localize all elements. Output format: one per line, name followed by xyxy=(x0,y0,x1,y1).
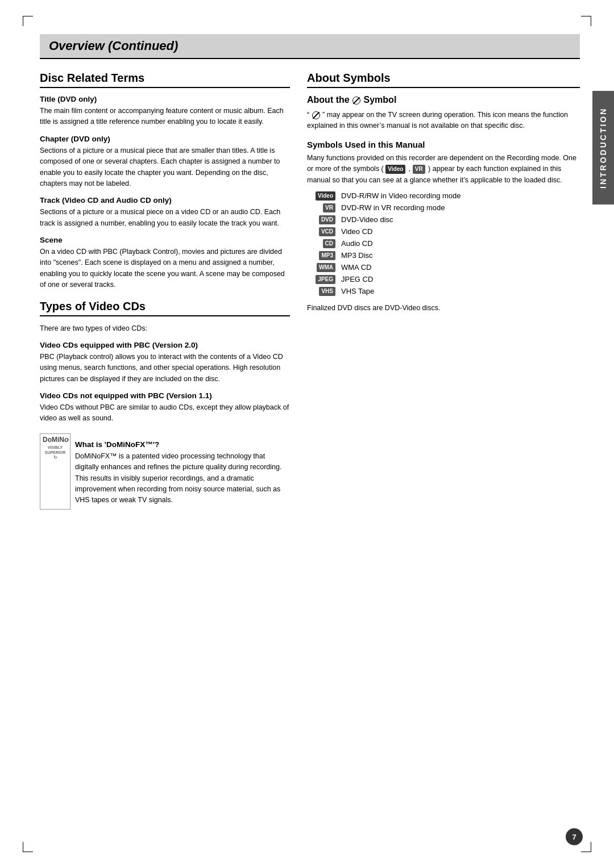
page-title: Overview (Continued) xyxy=(49,39,571,53)
list-item: JPEG JPEG CD xyxy=(307,275,580,284)
disc-label-vr: DVD-RW in VR recording mode xyxy=(341,203,445,212)
types-of-video-cds-title: Types of Video CDs xyxy=(40,300,290,316)
body-scene: On a video CD with PBC (Playback Control… xyxy=(40,247,290,291)
page-header: Overview (Continued) xyxy=(40,34,580,59)
heading-chapter-dvd: Chapter (DVD only) xyxy=(40,135,290,143)
types-intro: There are two types of video CDs: xyxy=(40,323,290,334)
page-container: Overview (Continued) INTRODUCTION Disc R… xyxy=(0,0,614,868)
list-item: WMA WMA CD xyxy=(307,263,580,272)
list-item: MP3 MP3 Disc xyxy=(307,251,580,260)
badge-dvd: DVD xyxy=(319,215,335,224)
intro-sidebar: INTRODUCTION xyxy=(592,91,614,205)
badge-video-inline: Video xyxy=(385,165,405,174)
domino-brand: DoMiNo xyxy=(43,435,68,445)
left-column: Disc Related Terms Title (DVD only) The … xyxy=(40,72,290,510)
badge-cd: CD xyxy=(323,239,335,248)
heading-pbc-v2: Video CDs equipped with PBC (Version 2.0… xyxy=(40,341,290,349)
domino-logo: DoMiNo VISIBLY SUPERIOR ↻ xyxy=(40,433,70,510)
about-symbols-title: About Symbols xyxy=(307,72,580,88)
intro-sidebar-label: INTRODUCTION xyxy=(599,107,608,188)
list-item: VR DVD-RW in VR recording mode xyxy=(307,203,580,212)
domino-tagline: VISIBLY SUPERIOR xyxy=(43,445,68,455)
heading-title-dvd: Title (DVD only) xyxy=(40,95,290,103)
disc-label-vcd: Video CD xyxy=(341,227,372,236)
types-of-video-cds-section: Types of Video CDs There are two types o… xyxy=(40,300,290,424)
badge-video: Video xyxy=(316,191,335,201)
body-chapter-dvd: Sections of a picture or a musical piece… xyxy=(40,145,290,190)
corner-mark-bl xyxy=(23,842,33,852)
badge-vhs: VHS xyxy=(319,287,335,296)
content-area: Disc Related Terms Title (DVD only) The … xyxy=(40,72,580,510)
list-item: VCD Video CD xyxy=(307,227,580,236)
right-column: About Symbols About the Symbol “ ” may a… xyxy=(307,72,580,510)
badge-jpeg: JPEG xyxy=(316,275,335,284)
corner-mark-tr xyxy=(581,16,591,26)
subsection-chapter-dvd: Chapter (DVD only) Sections of a picture… xyxy=(40,135,290,190)
disc-label-jpeg: JPEG CD xyxy=(341,275,373,283)
disc-related-terms-title: Disc Related Terms xyxy=(40,72,290,88)
body-track-cd: Sections of a picture or a musical piece… xyxy=(40,207,290,229)
symbols-used-section: Symbols Used in this Manual Many functio… xyxy=(307,140,580,312)
no-symbol-icon xyxy=(352,97,360,105)
badge-vcd: VCD xyxy=(319,227,335,236)
domino-content: What is 'DoMiNoFX™'? DoMiNoFX™ is a pate… xyxy=(75,433,290,510)
subsection-title-dvd: Title (DVD only) The main film content o… xyxy=(40,95,290,128)
disc-label-mp3: MP3 Disc xyxy=(341,251,373,260)
domino-icon: ↻ xyxy=(43,455,68,461)
disc-list: Video DVD-R/RW in Video recording mode V… xyxy=(307,191,580,296)
list-item: VHS VHS Tape xyxy=(307,287,580,296)
body-pbc-v1: Video CDs without PBC are similar to aud… xyxy=(40,402,290,424)
disc-label-wma: WMA CD xyxy=(341,263,371,272)
corner-mark-tl xyxy=(23,16,33,26)
heading-scene: Scene xyxy=(40,236,290,244)
about-symbol-body: “ ” may appear on the TV screen during o… xyxy=(307,110,580,132)
heading-pbc-v1: Video CDs not equipped with PBC (Version… xyxy=(40,391,290,400)
about-symbol-heading: About the Symbol xyxy=(307,95,580,105)
page-number: 7 xyxy=(566,828,583,845)
heading-track-cd: Track (Video CD and Audio CD only) xyxy=(40,196,290,205)
body-title-dvd: The main film content or accompanying fe… xyxy=(40,106,290,128)
disc-label-vhs: VHS Tape xyxy=(341,287,374,295)
no-symbol-inline xyxy=(312,111,320,119)
badge-mp3: MP3 xyxy=(319,251,335,260)
badge-wma: WMA xyxy=(317,263,335,272)
domino-section: DoMiNo VISIBLY SUPERIOR ↻ What is 'DoMiN… xyxy=(40,433,290,510)
finalized-note: Finalized DVD discs are DVD-Video discs. xyxy=(307,304,580,312)
disc-label-cd: Audio CD xyxy=(341,239,373,248)
symbols-used-heading: Symbols Used in this Manual xyxy=(307,140,580,149)
list-item: CD Audio CD xyxy=(307,239,580,248)
disc-label-dvd: DVD-Video disc xyxy=(341,215,393,224)
subsection-scene: Scene On a video CD with PBC (Playback C… xyxy=(40,236,290,291)
subsection-track-cd: Track (Video CD and Audio CD only) Secti… xyxy=(40,196,290,229)
symbols-used-intro: Many functions provided on this recorder… xyxy=(307,153,580,186)
list-item: Video DVD-R/RW in Video recording mode xyxy=(307,191,580,201)
disc-label-video: DVD-R/RW in Video recording mode xyxy=(341,191,461,200)
badge-vr: VR xyxy=(323,203,335,212)
corner-mark-br xyxy=(581,842,591,852)
badge-vr-inline: VR xyxy=(413,165,425,174)
about-symbol-section: About the Symbol “ ” may appear on the T… xyxy=(307,95,580,132)
body-pbc-v2: PBC (Playback control) allows you to int… xyxy=(40,352,290,385)
list-item: DVD DVD-Video disc xyxy=(307,215,580,224)
domino-body: DoMiNoFX™ is a patented video processing… xyxy=(75,451,290,506)
domino-heading: What is 'DoMiNoFX™'? xyxy=(75,440,290,449)
